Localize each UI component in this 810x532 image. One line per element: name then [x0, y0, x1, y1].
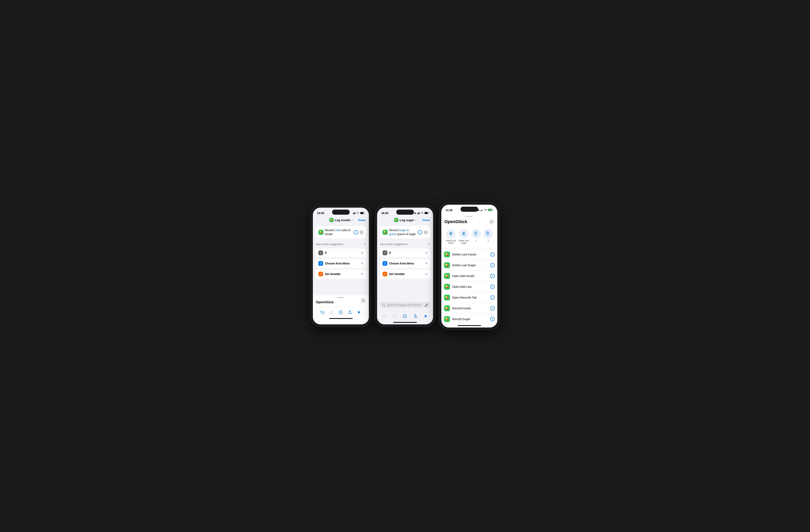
suggestion-var-2[interactable]: ✕ Set Variable + [380, 270, 431, 278]
toolbar-2: i [377, 311, 433, 321]
icon-grid-3: 🗑 Delete Last Insulin 🗑 Delete Last Suga… [444, 227, 494, 247]
var-plus-2[interactable]: + [425, 272, 427, 276]
search-area-2: 🔍 Search for apps and actions 🎤 [377, 299, 433, 311]
battery-icon [360, 212, 364, 215]
grid-item-delete-insulin[interactable]: 🗑 Delete Last Insulin [446, 229, 456, 244]
action-close-1[interactable]: ✕ [359, 230, 363, 234]
info-delete-insulin[interactable]: i [490, 252, 495, 257]
info-btn-toolbar-1[interactable]: i [337, 309, 344, 316]
action-arrow-2[interactable]: › [418, 230, 422, 235]
home-indicator-2 [393, 322, 417, 323]
suggestion-if-2[interactable]: Y If + [380, 248, 431, 257]
svg-rect-9 [417, 213, 418, 214]
info-record-sugar[interactable]: i [490, 317, 495, 321]
search-bar-2[interactable]: 🔍 Search for apps and actions 🎤 [380, 302, 431, 308]
bottom-sheet-1: OpenGlück ✕ i [313, 295, 369, 324]
info-open-add-insulin[interactable]: i [490, 274, 495, 278]
if-label-2: If [389, 251, 423, 255]
action-text-2: Record Sugar in grams grams of sugar [389, 228, 416, 236]
action-close-2[interactable]: ✕ [424, 230, 427, 234]
svg-rect-10 [418, 213, 418, 214]
list-item-text-delete-sugar: Delete Last Sugar [452, 263, 488, 267]
suggestions-header-1: Next Action Suggestions ∧ [315, 242, 366, 247]
list-item-text-open-add-insulin: Open Add Insulin [452, 274, 488, 277]
svg-rect-14 [425, 212, 427, 214]
search-icon-2: 🔍 [382, 304, 385, 307]
phone-2: 16:00 ▶ 💊 Log sugar ▾ D [375, 205, 435, 327]
redo-btn-1[interactable] [328, 309, 335, 316]
if-plus-2[interactable]: + [425, 251, 427, 255]
if-plus-1[interactable]: + [361, 251, 363, 255]
svg-marker-17 [425, 315, 427, 318]
info-open-records-tab[interactable]: i [490, 295, 495, 300]
list-item-open-records-tab[interactable]: 💊 Open Records Tab i [444, 292, 495, 303]
grid-item-1[interactable]: 1 [472, 229, 481, 244]
play-btn-1[interactable] [356, 309, 362, 316]
sheet-close-1[interactable]: ✕ [361, 298, 366, 303]
shortcut-2-label: 2 [487, 240, 489, 242]
home-indicator-1 [329, 318, 353, 319]
share-btn-2[interactable] [412, 312, 419, 320]
menu-plus-2[interactable]: + [425, 261, 427, 265]
sheet-close-3[interactable]: ✕ [489, 219, 494, 224]
suggestions-chevron-1[interactable]: ∧ [364, 243, 366, 246]
content-2: 💊 Record Sugar in grams grams of sugar ›… [377, 224, 433, 299]
delete-sugar-label: Delete Last Sugar [458, 240, 469, 244]
list-item-record-sugar[interactable]: 💊 Record Sugar i [444, 314, 495, 324]
grid-item-delete-sugar[interactable]: 🗑 Delete Last Sugar [458, 229, 469, 244]
info-open-add-low[interactable]: i [490, 285, 495, 289]
suggestion-if-1[interactable]: Y If + [315, 248, 366, 257]
svg-text:i: i [340, 311, 341, 313]
nav-title-text-1: Log insulin [335, 219, 351, 222]
toolbar-1: i [316, 307, 366, 317]
suggestions-chevron-2[interactable]: ∧ [428, 243, 430, 246]
var-label-2: Set Variable [389, 272, 423, 276]
wifi-icon-3 [484, 209, 487, 212]
list-item-open-add-low[interactable]: 💊 Open Add Low i [444, 281, 495, 292]
list-item-text-open-add-low: Open Add Low [452, 285, 488, 288]
suggestion-var-1[interactable]: ✕ Set Variable + [315, 270, 366, 278]
nav-title-text-2: Log sugar [400, 219, 414, 222]
info-delete-sugar[interactable]: i [490, 263, 495, 268]
info-record-insulin[interactable]: i [490, 306, 495, 310]
grid-item-2[interactable]: 2 [483, 229, 493, 244]
list-item-record-insulin[interactable]: 💊 Record Insulin i [444, 303, 495, 314]
svg-point-26 [475, 233, 476, 234]
signal-icon-2 [417, 212, 420, 215]
phone-3: 11:40 ▶ OpenGlück ✕ [439, 202, 500, 330]
signal-icon [353, 212, 356, 215]
suggestion-menu-2[interactable]: ☰ Choose from Menu + [380, 259, 431, 268]
action-text-1: Record Units units of insulin [325, 228, 352, 236]
mic-icon-2[interactable]: 🎤 [425, 303, 428, 307]
nav-done-2[interactable]: Done [422, 219, 430, 222]
share-btn-1[interactable] [346, 309, 353, 316]
sheet-title-1: OpenGlück [316, 300, 366, 304]
nav-done-1[interactable]: Done [358, 219, 366, 222]
undo-btn-2[interactable] [380, 312, 388, 320]
list-item-delete-insulin[interactable]: 💊 Delete Last Insulin i [444, 249, 495, 260]
delete-sugar-icon: 🗑 [459, 229, 469, 238]
undo-btn-1[interactable] [319, 309, 326, 316]
if-label-1: If [325, 251, 359, 255]
action-arrow-1[interactable]: › [354, 230, 358, 235]
info-btn-toolbar-2[interactable]: i [401, 312, 408, 320]
svg-rect-25 [475, 231, 476, 232]
app-list-3: 💊 Delete Last Insulin i 💊 Delete Last Su… [441, 249, 497, 324]
menu-icon-1: ☰ [318, 261, 323, 266]
redo-btn-2[interactable] [391, 312, 398, 320]
svg-point-30 [487, 233, 488, 234]
time-2: 16:00 [382, 212, 388, 215]
time-3: 11:40 [446, 209, 453, 212]
suggestion-menu-1[interactable]: ☰ Choose from Menu + [315, 259, 366, 268]
list-item-delete-sugar[interactable]: 💊 Delete Last Sugar i [444, 260, 495, 271]
var-icon-2: ✕ [383, 272, 387, 276]
list-app-icon-delete-sugar: 💊 [444, 262, 450, 268]
suggestions-label-2: Next Action Suggestions [380, 243, 408, 246]
menu-plus-1[interactable]: + [361, 261, 363, 265]
play-btn-2[interactable] [422, 312, 430, 320]
search-placeholder-2: Search for apps and actions [387, 303, 423, 307]
signal-icon-3 [481, 209, 483, 212]
location-icon-2: ▶ [415, 212, 416, 214]
list-item-open-add-insulin[interactable]: 💊 Open Add Insulin i [444, 271, 495, 281]
var-plus-1[interactable]: + [361, 272, 363, 276]
